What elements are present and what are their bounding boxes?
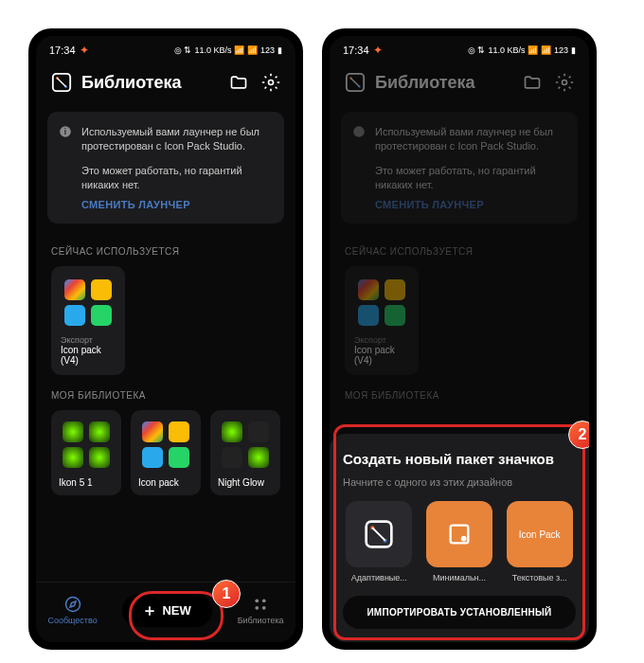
pack-name: Night Glow xyxy=(218,477,273,488)
app-icon xyxy=(64,279,85,300)
app-icon xyxy=(222,421,242,442)
app-logo-icon xyxy=(51,72,72,93)
app-icon xyxy=(248,447,269,468)
svg-point-14 xyxy=(262,606,266,610)
svg-point-11 xyxy=(255,599,259,602)
status-bar: 17:34 ✦ ◎ ⇅ 11.0 KB/s 📶 📶 123▮ xyxy=(36,36,295,61)
svg-point-7 xyxy=(65,598,80,612)
page-title: Библиотека xyxy=(375,73,475,93)
svg-point-19 xyxy=(563,81,567,85)
app-icon xyxy=(63,447,83,468)
library-pack-card[interactable]: Icon pack xyxy=(131,410,201,495)
app-icon xyxy=(63,421,83,442)
nav-community[interactable]: Сообщество xyxy=(47,596,97,625)
header: Библиотека xyxy=(330,61,589,104)
svg-text:i: i xyxy=(64,128,66,136)
status-right: ◎ ⇅ 11.0 KB/s 📶 📶 123▮ xyxy=(174,45,282,55)
grid-icon xyxy=(252,596,269,613)
section-library-label: МОЯ БИБЛИОТЕКА xyxy=(36,375,295,410)
phone-right: 17:34 ✦ ◎ ⇅ 11.0 KB/s 📶 📶 123▮ Библиотек… xyxy=(322,28,597,650)
pack-name: Icon pack xyxy=(138,477,193,488)
current-pack-card: Экспорт Icon pack (V4) xyxy=(345,266,419,375)
current-pack-card[interactable]: Экспорт Icon pack (V4) xyxy=(51,266,125,375)
status-icon: ✦ xyxy=(373,44,383,57)
svg-marker-8 xyxy=(70,601,76,607)
app-icon xyxy=(222,447,242,468)
status-icon: ✦ xyxy=(80,44,89,57)
svg-line-18 xyxy=(350,78,359,86)
create-sheet: Создать новый пакет значков Начните с од… xyxy=(330,434,589,642)
annotation-highlight-1 xyxy=(129,591,224,640)
svg-point-12 xyxy=(262,599,266,602)
folder-icon xyxy=(523,73,542,92)
app-icon xyxy=(89,447,110,468)
screen-right: 17:34 ✦ ◎ ⇅ 11.0 KB/s 📶 📶 123▮ Библиотек… xyxy=(330,36,589,642)
svg-point-20 xyxy=(353,126,365,137)
annotation-badge-1: 1 xyxy=(212,580,241,608)
app-icon xyxy=(142,421,163,442)
app-logo-icon xyxy=(345,72,366,93)
nav-library[interactable]: Библиотека xyxy=(238,596,284,625)
info-icon xyxy=(352,125,366,138)
app-icon xyxy=(91,305,112,326)
app-icon xyxy=(169,447,189,468)
svg-point-13 xyxy=(255,606,259,610)
pack-export-label: Экспорт xyxy=(61,335,116,345)
warning-card: Используемый вами лаунчер не был протест… xyxy=(341,112,578,224)
gear-icon xyxy=(555,73,574,92)
warning-card: i Используемый вами лаунчер не был проте… xyxy=(47,112,284,224)
compass-icon xyxy=(64,596,81,613)
pack-name: Ikon 5 1 xyxy=(59,477,114,488)
status-bar: 17:34 ✦ ◎ ⇅ 11.0 KB/s 📶 📶 123▮ xyxy=(330,36,589,61)
annotation-highlight-2 xyxy=(333,424,585,640)
status-time: 17:34 xyxy=(343,45,369,56)
svg-point-4 xyxy=(269,81,274,85)
app-icon xyxy=(248,421,269,442)
info-icon: i xyxy=(59,125,72,138)
change-launcher-link[interactable]: СМЕНИТЬ ЛАУНЧЕР xyxy=(81,199,271,210)
app-icon xyxy=(169,421,189,442)
svg-line-3 xyxy=(57,78,65,86)
folder-icon[interactable] xyxy=(229,73,248,92)
status-right: ◎ ⇅ 11.0 KB/s 📶 📶 123▮ xyxy=(468,45,576,55)
phone-left: 17:34 ✦ ◎ ⇅ 11.0 KB/s 📶 📶 123▮ Библиотек… xyxy=(28,28,303,650)
app-icon xyxy=(142,447,163,468)
library-pack-card[interactable]: Night Glow xyxy=(210,410,280,495)
warning-text-2: Это может работать, но гарантий никаких … xyxy=(81,164,271,193)
app-icon xyxy=(64,305,85,326)
header: Библиотека xyxy=(36,61,295,104)
warning-text-1: Используемый вами лаунчер не был протест… xyxy=(81,125,271,154)
annotation-badge-2: 2 xyxy=(568,421,589,449)
screen-left: 17:34 ✦ ◎ ⇅ 11.0 KB/s 📶 📶 123▮ Библиотек… xyxy=(36,36,295,642)
section-current-label: СЕЙЧАС ИСПОЛЬЗУЕТСЯ xyxy=(36,231,295,266)
app-icon xyxy=(89,421,110,442)
gear-icon[interactable] xyxy=(261,73,280,92)
app-icon xyxy=(91,279,112,300)
status-time: 17:34 xyxy=(49,45,76,56)
page-title: Библиотека xyxy=(81,73,182,93)
pack-name: Icon pack (V4) xyxy=(61,345,116,366)
library-pack-card[interactable]: Ikon 5 1 xyxy=(51,410,121,495)
